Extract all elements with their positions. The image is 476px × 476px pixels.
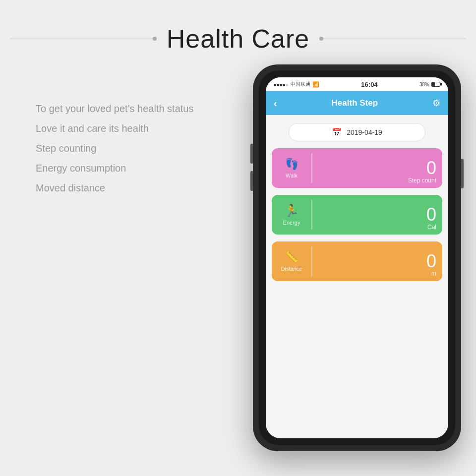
- energy-icon: 🏃: [284, 204, 299, 218]
- energy-card-left: 🏃 Energy: [272, 195, 311, 235]
- header-line-left: [10, 39, 157, 39]
- date-picker[interactable]: 📅 2019-04-19: [289, 123, 425, 141]
- carrier-name: 中国联通: [291, 81, 310, 88]
- distance-card-right: 0 m: [312, 241, 442, 281]
- calendar-icon: 📅: [332, 127, 342, 137]
- energy-card: 🏃 Energy 0 Cal: [272, 195, 442, 235]
- walk-label: Walk: [286, 173, 298, 178]
- battery-icon: [431, 82, 440, 87]
- energy-card-right: 0 Cal: [312, 195, 442, 235]
- distance-unit: m: [431, 270, 436, 277]
- header-line-right: [319, 39, 466, 39]
- features-list: To get your loved pet's health status Lo…: [36, 99, 193, 198]
- walk-card-left: 👣 Walk: [272, 148, 311, 188]
- wifi-icon: 📶: [312, 81, 319, 88]
- power-button: [461, 159, 464, 188]
- distance-icon: 📏: [285, 251, 298, 264]
- walk-icon: 👣: [285, 158, 298, 171]
- date-value: 2019-04-19: [347, 128, 382, 136]
- volume-down-button: [250, 171, 253, 191]
- phone-outer: 中国联通 📶 16:04 38% ‹ Health Step ⚙: [253, 64, 461, 451]
- distance-card: 📏 Distance 0 m: [272, 241, 442, 281]
- volume-up-button: [250, 144, 253, 164]
- walk-card-right: 0 Step count: [312, 148, 442, 188]
- walk-value: 0: [426, 159, 436, 177]
- energy-value: 0: [426, 206, 436, 224]
- app-header-bar: ‹ Health Step ⚙: [266, 91, 448, 115]
- status-bar: 中国联通 📶 16:04 38%: [266, 77, 448, 91]
- status-left: 中国联通 📶: [274, 81, 319, 88]
- status-right: 38%: [419, 82, 440, 87]
- feature-line-3: Step counting: [36, 139, 193, 158]
- page-header: Health Care: [0, 0, 476, 54]
- feature-line-1: To get your loved pet's health status: [36, 99, 193, 118]
- distance-card-left: 📏 Distance: [272, 241, 311, 281]
- signal-dots: [274, 82, 289, 87]
- phone-inner: 中国联通 📶 16:04 38% ‹ Health Step ⚙: [259, 70, 455, 445]
- energy-label: Energy: [283, 220, 300, 226]
- battery-percent: 38%: [419, 82, 429, 87]
- phone-mockup: 中国联通 📶 16:04 38% ‹ Health Step ⚙: [253, 64, 461, 451]
- feature-line-4: Energy consumption: [36, 159, 193, 178]
- feature-line-5: Moved distance: [36, 178, 193, 197]
- settings-icon[interactable]: ⚙: [432, 98, 440, 109]
- status-time: 16:04: [361, 81, 377, 88]
- walk-card: 👣 Walk 0 Step count: [272, 148, 442, 188]
- distance-value: 0: [426, 252, 436, 270]
- energy-unit: Cal: [427, 224, 436, 231]
- battery-fill: [432, 82, 435, 86]
- walk-unit: Step count: [408, 177, 436, 184]
- back-button[interactable]: ‹: [274, 98, 277, 109]
- app-title: Health Step: [332, 98, 378, 108]
- distance-label: Distance: [281, 266, 302, 272]
- app-content: 📅 2019-04-19 👣 Walk 0 Step count: [266, 115, 448, 438]
- phone-screen: 中国联通 📶 16:04 38% ‹ Health Step ⚙: [266, 77, 448, 438]
- feature-line-2: Love it and care its health: [36, 119, 193, 138]
- page-title: Health Care: [167, 24, 309, 54]
